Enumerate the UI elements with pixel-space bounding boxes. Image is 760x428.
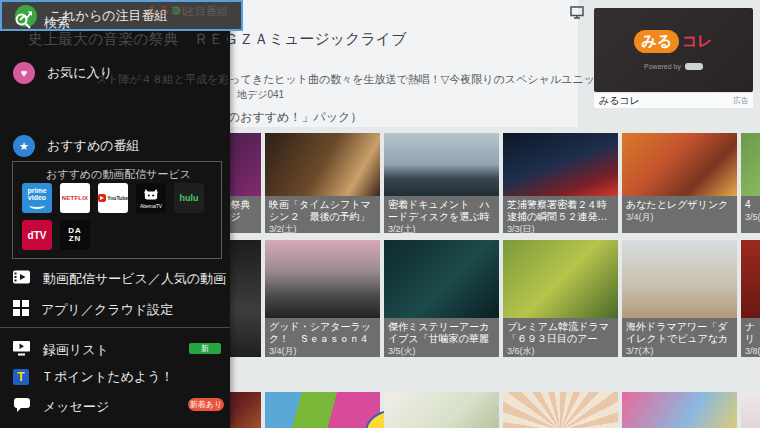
card-title: グッド・シアターラック！ Ｓｅａｓｏｎ４ bbox=[269, 321, 376, 345]
program-card[interactable]: 密着ドキュメント ハードディスクを選ぶ時 3/2(土) bbox=[384, 133, 499, 233]
card-title: 芝浦警察署密着２４時 逮捕の瞬間５２連発… bbox=[507, 199, 614, 223]
program-card[interactable]: グッド・シアターラック！ Ｓｅａｓｏｎ４ 3/4(月) bbox=[265, 240, 380, 357]
heart-icon: ♥ bbox=[13, 62, 35, 84]
mirukore-ad-banner[interactable]: みる コレ Powered by bbox=[594, 8, 753, 92]
sidebar-menu: 検索 ♥ お気に入り これからの注目番組 ★ おすすめの番組 おすすめの動画配信… bbox=[0, 0, 230, 428]
dtv-logo[interactable]: dTV bbox=[22, 220, 52, 250]
sidebar-item-messages[interactable]: メッセージ bbox=[13, 397, 109, 417]
prime-video-logo[interactable]: prime video bbox=[22, 183, 52, 213]
sidebar-item-video-services[interactable]: 動画配信サービス／人気の動画 bbox=[12, 269, 226, 289]
streaming-services-box: おすすめの動画配信サービス prime video NETFLIX YouTub… bbox=[12, 161, 222, 259]
tpoint-icon: T bbox=[13, 369, 29, 385]
star-icon: ★ bbox=[13, 135, 35, 157]
program-caption: 4 3/5(火) bbox=[741, 196, 760, 233]
sidebar-item-label: メッセージ bbox=[43, 398, 109, 416]
netflix-text: NETFLIX bbox=[62, 195, 88, 201]
mirukore-logo-kore: コレ bbox=[682, 32, 713, 51]
display-icon bbox=[570, 5, 584, 23]
sidebar-item-app-cloud[interactable]: アプリ／クラウド設定 bbox=[13, 300, 173, 320]
program-card[interactable] bbox=[741, 392, 760, 428]
program-card[interactable]: ナリ 3/8(金) bbox=[741, 240, 760, 357]
ad-caption: みるコレ bbox=[599, 94, 640, 108]
sidebar-item-search[interactable]: 検索 bbox=[14, 12, 70, 34]
recording-new-badge: 新 bbox=[189, 343, 221, 354]
hulu-text: hulu bbox=[180, 193, 199, 203]
program-caption: プレミアム韓流ドラマ「６９３日目のアート… 3/6(水) bbox=[503, 318, 618, 357]
program-caption: 映画「タイムシフトマシン２ 最後の予約」 3/2(土) bbox=[265, 196, 380, 233]
card-date: 3/4(月) bbox=[626, 212, 733, 222]
card-title: 映画「タイムシフトマシン２ 最後の予約」 bbox=[269, 199, 376, 223]
card-title: ナリ bbox=[745, 321, 756, 345]
program-caption: 海外ドラマアワー「ダイレクトでピュアなカラ… 3/7(木) bbox=[622, 318, 737, 357]
program-caption: 傑作ミステリーアーカイブス「甘噛家の華麗な… 3/5(火) bbox=[384, 318, 499, 357]
program-caption: ナリ 3/8(金) bbox=[741, 318, 760, 357]
card-date: 3/8(金) bbox=[745, 346, 756, 356]
sidebar-item-favorites[interactable]: ♥ お気に入り bbox=[13, 62, 113, 84]
ad-caption-bar: みるコレ 広告 bbox=[594, 92, 753, 108]
program-card[interactable] bbox=[384, 392, 499, 428]
program-card[interactable] bbox=[622, 392, 737, 428]
sidebar-item-label: おすすめの番組 bbox=[47, 137, 140, 155]
program-thumbnail bbox=[622, 240, 737, 318]
program-card[interactable]: BANG! bbox=[265, 392, 380, 428]
dtv-text: dTV bbox=[28, 230, 47, 241]
program-thumbnail bbox=[265, 133, 380, 196]
program-card[interactable]: 4 3/5(火) bbox=[741, 133, 760, 233]
card-title: 密着ドキュメント ハードディスクを選ぶ時 bbox=[388, 199, 495, 223]
abema-text: AbemaTV bbox=[140, 203, 162, 209]
program-card[interactable]: 芝浦警察署密着２４時 逮捕の瞬間５２連発… 3/3(日) bbox=[503, 133, 618, 233]
mirukore-logo: みる コレ bbox=[634, 30, 712, 53]
monitor-play-icon bbox=[12, 340, 31, 360]
program-thumbnail bbox=[265, 392, 380, 428]
program-card[interactable]: あなたとレグザリンク 3/4(月) bbox=[622, 133, 737, 233]
program-card[interactable]: プレミアム韓流ドラマ「６９３日目のアート… 3/6(水) bbox=[503, 240, 618, 357]
prime-video-text: video bbox=[28, 194, 46, 201]
sidebar-divider bbox=[0, 327, 230, 328]
card-date: 3/4(月) bbox=[269, 346, 376, 356]
prime-smile-arrow bbox=[29, 202, 45, 209]
prime-video-text: prime bbox=[27, 187, 46, 194]
card-title: 4 bbox=[745, 199, 756, 211]
sidebar-item-recommended[interactable]: ★ おすすめの番組 bbox=[13, 135, 140, 157]
powered-by-text: Powered by bbox=[644, 63, 681, 70]
card-title: 海外ドラマアワー「ダイレクトでピュアなカラ… bbox=[626, 321, 733, 345]
streaming-services-label: おすすめの動画配信サービス bbox=[46, 167, 191, 182]
program-card[interactable]: 傑作ミステリーアーカイブス「甘噛家の華麗な… 3/5(火) bbox=[384, 240, 499, 357]
netflix-logo[interactable]: NETFLIX bbox=[60, 183, 90, 213]
dazn-text: ZN bbox=[69, 235, 82, 243]
powered-by-logo bbox=[685, 63, 703, 70]
program-thumbnail bbox=[622, 392, 737, 428]
tv-home-screen: 史上最大の音楽の祭典 ＲＥＧＺＡミュージックライブ スト陣が４８組と平成を彩って… bbox=[0, 0, 760, 428]
abema-logo[interactable]: AbemaTV bbox=[136, 183, 166, 213]
youtube-text: YouTube bbox=[107, 195, 128, 201]
program-card[interactable] bbox=[503, 392, 618, 428]
hulu-logo[interactable]: hulu bbox=[174, 183, 204, 213]
dazn-logo[interactable]: DA ZN bbox=[60, 220, 90, 250]
program-caption: 芝浦警察署密着２４時 逮捕の瞬間５２連発… 3/3(日) bbox=[503, 196, 618, 233]
sidebar-item-label: お気に入り bbox=[47, 64, 113, 82]
youtube-play-icon bbox=[98, 194, 106, 202]
video-icon bbox=[12, 269, 31, 289]
sidebar-item-label: Ｔポイントためよう！ bbox=[41, 368, 173, 386]
card-title: 傑作ミステリーアーカイブス「甘噛家の華麗な… bbox=[388, 321, 495, 345]
grid-icon bbox=[13, 300, 29, 320]
card-date: 3/5(火) bbox=[745, 212, 756, 222]
program-caption: 密着ドキュメント ハードディスクを選ぶ時 3/2(土) bbox=[384, 196, 499, 233]
program-thumbnail bbox=[384, 240, 499, 318]
program-card[interactable]: 海外ドラマアワー「ダイレクトでピュアなカラ… 3/7(木) bbox=[622, 240, 737, 357]
card-date: 3/2(土) bbox=[269, 224, 376, 233]
powered-by: Powered by bbox=[644, 63, 703, 70]
program-channel: 地デジ041 bbox=[237, 88, 284, 102]
search-icon bbox=[14, 12, 32, 34]
mirukore-logo-miru: みる bbox=[634, 30, 679, 53]
program-thumbnail bbox=[503, 392, 618, 428]
program-thumbnail bbox=[741, 392, 760, 428]
card-date: 3/2(土) bbox=[388, 224, 495, 233]
sidebar-item-recording-list[interactable]: 録画リスト bbox=[12, 340, 109, 360]
program-card[interactable]: 映画「タイムシフトマシン２ 最後の予約」 3/2(土) bbox=[265, 133, 380, 233]
sidebar-item-tpoint[interactable]: T Ｔポイントためよう！ bbox=[13, 368, 173, 386]
program-thumbnail bbox=[265, 240, 380, 318]
youtube-logo[interactable]: YouTube bbox=[98, 183, 128, 213]
sidebar-item-label: 録画リスト bbox=[43, 341, 109, 359]
program-caption: グッド・シアターラック！ Ｓｅａｓｏｎ４ 3/4(月) bbox=[265, 318, 380, 357]
